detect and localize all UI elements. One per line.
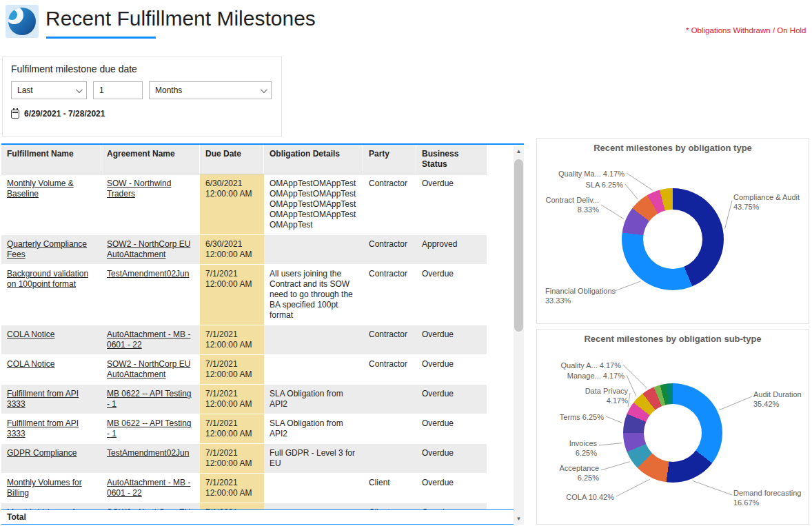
donut-label: Manage... 4.17% [567, 371, 625, 381]
milestones-table: Fulfillment NameAgreement NameDue DateOb… [1, 143, 524, 525]
cell-agreement-name: MB 0622 -- API Testing - 1 [101, 385, 200, 414]
cell-party: Contractor [363, 355, 416, 384]
cell-party: Contractor [363, 174, 416, 234]
scroll-thumb[interactable] [514, 159, 523, 332]
relative-range-select[interactable]: Last [11, 81, 87, 99]
scroll-down-arrow-icon[interactable]: ▼ [514, 514, 524, 525]
column-header-business-status[interactable]: Business Status [416, 145, 487, 174]
donut-label: Acceptance6.25% [560, 463, 599, 483]
cell-fulfillment-name: Fulfillment from API 3333 [1, 385, 101, 414]
fulfillment-link[interactable]: Fulfillment from API 3333 [7, 418, 79, 438]
obligations-note: * Obligations Withdrawn / On Hold [686, 26, 806, 34]
cell-agreement-name: SOW - Northwind Traders [101, 174, 200, 234]
donut-label: Quality A... 4.17% [561, 361, 621, 370]
column-header-party[interactable]: Party [363, 145, 416, 174]
cell-party: Client [363, 474, 416, 503]
donut-hole [643, 210, 702, 269]
date-filter-card: Fulfilment milestone due date Last Month… [2, 57, 282, 136]
donut-label: Data Privacy4.17% [585, 386, 628, 405]
donut-chart-area: Audit Duration35.42%Demand forecasting16… [537, 330, 809, 524]
donut-label: COLA 10.42% [566, 492, 614, 502]
chevron-down-icon [76, 86, 83, 93]
cell-obligation-details: SLA Obligation from API2 [264, 385, 363, 414]
cell-fulfillment-name: Quarterly Compliance Fees [1, 235, 101, 264]
cell-agreement-name: MB 0622 -- API Testing - 1 [101, 414, 200, 443]
cell-agreement-name: TestAmendment02Jun [101, 265, 200, 325]
fulfillment-link[interactable]: Quarterly Compliance Fees [7, 239, 87, 259]
fulfillment-link[interactable]: COLA Notice [7, 330, 54, 339]
fulfillment-link[interactable]: Fulfillment from API 3333 [7, 389, 79, 409]
cell-due-date: 7/1/2021 12:00:00 AM [200, 325, 264, 354]
cell-business-status: Overdue [416, 444, 487, 473]
cell-due-date: 6/30/2021 12:00:00 AM [200, 174, 264, 234]
donut-hole [644, 404, 702, 462]
agreement-link[interactable]: TestAmendment02Jun [107, 269, 189, 279]
filter-date-range: 6/29/2021 - 7/28/2021 [11, 109, 273, 119]
range-unit-value: Months [155, 85, 182, 95]
table-row: Background validation on 100point format… [1, 265, 487, 325]
donut-label: Compliance & Audit43.75% [733, 192, 800, 212]
cell-business-status: Overdue [416, 325, 487, 354]
chart-obligation-sub-type: Recent milestones by obligation sub-type… [536, 329, 809, 525]
app-logo-circle-icon [8, 8, 36, 35]
agreement-link[interactable]: SOW - Northwind Traders [107, 179, 171, 199]
agreement-link[interactable]: AutoAttachment - MB - 0601 - 22 [107, 330, 190, 350]
cell-party [363, 414, 416, 443]
table-row: COLA NoticeAutoAttachment - MB - 0601 - … [1, 325, 487, 355]
cell-fulfillment-name: COLA Notice [1, 355, 101, 384]
cell-fulfillment-name: Monthly Volumes for Billing [1, 474, 101, 503]
cell-due-date: 7/1/2021 12:00:00 AM [200, 474, 264, 503]
cell-party: Contractor [363, 235, 416, 264]
date-range-text: 6/29/2021 - 7/28/2021 [24, 109, 105, 119]
range-unit-select[interactable]: Months [149, 81, 272, 99]
cell-due-date: 7/1/2021 12:00:00 AM [200, 414, 264, 443]
table-scrollbar[interactable]: ▲ ▼ [514, 146, 524, 525]
cell-obligation-details: OMAppTestOMAppTestOMAppTestOMAppTestOMAp… [264, 174, 363, 234]
table-total-row: Total [1, 509, 514, 525]
table-body: Monthly Volume & BaselineSOW - Northwind… [1, 174, 514, 521]
agreement-link[interactable]: SOW2 - NorthCorp EU AutoAttachment [107, 359, 190, 379]
cell-business-status: Overdue [416, 414, 487, 443]
fulfillment-link[interactable]: Background validation on 100point format [7, 269, 88, 289]
cell-agreement-name: AutoAttachment - MB - 0601 - 22 [101, 325, 200, 354]
cell-obligation-details [264, 474, 363, 503]
scroll-up-arrow-icon[interactable]: ▲ [514, 146, 524, 157]
cell-obligation-details: SLA Obligation from API2 [264, 414, 363, 443]
cell-obligation-details: Full GDPR - Level 3 for EU [264, 444, 363, 473]
cell-agreement-name: SOW2 - NorthCorp EU AutoAttachment [101, 355, 200, 384]
chevron-down-icon [261, 86, 267, 93]
donut-label: Quality Ma... 4.17% [558, 169, 625, 179]
cell-agreement-name: AutoAttachment - MB - 0601 - 22 [101, 474, 200, 503]
cell-due-date: 7/1/2021 12:00:00 AM [200, 444, 264, 473]
column-header-fulfillment-name[interactable]: Fulfillment Name [1, 145, 101, 174]
range-number-input[interactable] [93, 81, 143, 99]
fulfillment-link[interactable]: Monthly Volume & Baseline [7, 179, 74, 199]
cell-business-status: Overdue [416, 385, 487, 414]
column-header-due-date[interactable]: Due Date [200, 145, 264, 174]
fulfillment-link[interactable]: GDPR Compliance [7, 448, 77, 458]
table-row: GDPR ComplianceTestAmendment02Jun7/1/202… [1, 444, 487, 474]
cell-due-date: 7/1/2021 12:00:00 AM [200, 265, 264, 325]
cell-obligation-details [264, 355, 363, 384]
fulfillment-link[interactable]: Monthly Volumes for Billing [7, 478, 82, 498]
chart-obligation-type: Recent milestones by obligation type Com… [536, 138, 809, 324]
cell-party [363, 444, 416, 473]
total-label: Total [1, 510, 101, 524]
cell-business-status: Approved [416, 235, 487, 264]
agreement-link[interactable]: MB 0622 -- API Testing - 1 [107, 418, 192, 438]
fulfillment-link[interactable]: COLA Notice [7, 359, 54, 369]
table-row: Fulfillment from API 3333MB 0622 -- API … [1, 385, 487, 414]
cell-due-date: 7/1/2021 12:00:00 AM [200, 355, 264, 384]
agreement-link[interactable]: TestAmendment02Jun [107, 448, 189, 458]
cell-due-date: 7/1/2021 12:00:00 AM [200, 385, 264, 414]
cell-business-status: Overdue [416, 474, 487, 503]
agreement-link[interactable]: SOW2 - NorthCorp EU AutoAttachment [107, 239, 190, 259]
column-header-agreement-name[interactable]: Agreement Name [101, 145, 200, 174]
agreement-link[interactable]: AutoAttachment - MB - 0601 - 22 [107, 478, 190, 498]
column-header-obligation-details[interactable]: Obligation Details [264, 145, 363, 174]
table-row: Quarterly Compliance FeesSOW2 - NorthCor… [1, 235, 487, 265]
donut-label: Contract Deliv...8.33% [546, 195, 599, 214]
agreement-link[interactable]: MB 0622 -- API Testing - 1 [107, 389, 192, 409]
app-logo-icon [6, 5, 39, 38]
cell-obligation-details [264, 325, 363, 354]
